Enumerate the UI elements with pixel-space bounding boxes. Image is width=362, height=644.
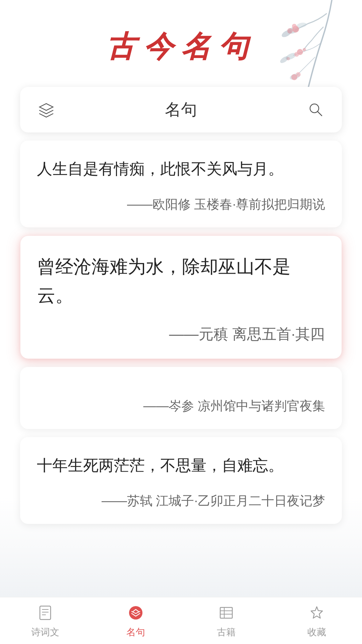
tab-item-classics[interactable]: 古籍 (181, 603, 272, 639)
nav-bar-title: 名句 (165, 99, 197, 120)
tab-item-quotes[interactable]: 名句 (90, 603, 181, 639)
svg-rect-18 (220, 607, 232, 618)
quote-source-4: ——苏轼 江城子·乙卯正月二十日夜记梦 (37, 491, 325, 511)
svg-point-17 (129, 606, 142, 620)
quote-text-1: 人生自是有情痴，此恨不关风与月。 (37, 157, 325, 181)
poetry-icon (36, 603, 55, 623)
favorites-icon (307, 603, 326, 623)
layers-icon[interactable] (37, 100, 56, 119)
quote-card-4[interactable]: 十年生死两茫茫，不思量，自难忘。 ——苏轼 江城子·乙卯正月二十日夜记梦 (20, 437, 342, 524)
quote-card-1[interactable]: 人生自是有情痴，此恨不关风与月。 ——欧阳修 玉楼春·尊前拟把归期说 (20, 141, 342, 227)
classics-icon (217, 603, 236, 623)
tab-item-favorites[interactable]: 收藏 (272, 603, 362, 639)
tab-label-poetry: 诗词文 (31, 626, 59, 639)
tab-label-quotes: 名句 (126, 626, 145, 639)
nav-bar: 名句 (20, 87, 342, 132)
content-area: 名句 人生自是有情痴，此恨不关风与月。 ——欧阳修 玉楼春·尊前拟把归期说 曾经… (0, 87, 362, 524)
svg-rect-16 (40, 606, 51, 620)
tab-label-favorites: 收藏 (307, 626, 326, 639)
quote-card-2[interactable]: 曾经沧海难为水，除却巫山不是云。 ——元稹 离思五首·其四 (20, 235, 342, 359)
tab-item-poetry[interactable]: 诗词文 (0, 603, 90, 639)
quote-source-3: ——岑参 凉州馆中与诸判官夜集 (37, 396, 325, 416)
tab-bar: 诗词文 名句 古籍 (0, 597, 362, 644)
quotes-icon (126, 603, 145, 623)
search-button[interactable] (306, 100, 325, 119)
quote-source-2: ——元稹 离思五首·其四 (37, 323, 325, 345)
tab-label-classics: 古籍 (217, 626, 236, 639)
quote-text-4: 十年生死两茫茫，不思量，自难忘。 (37, 453, 325, 478)
quote-card-3[interactable]: ——岑参 凉州馆中与诸判官夜集 (20, 367, 342, 429)
quote-source-1: ——欧阳修 玉楼春·尊前拟把归期说 (37, 195, 325, 214)
quote-text-2: 曾经沧海难为水，除却巫山不是云。 (37, 252, 325, 310)
title-area: 古今名句 (0, 0, 362, 87)
app-title: 古今名句 (0, 27, 362, 67)
